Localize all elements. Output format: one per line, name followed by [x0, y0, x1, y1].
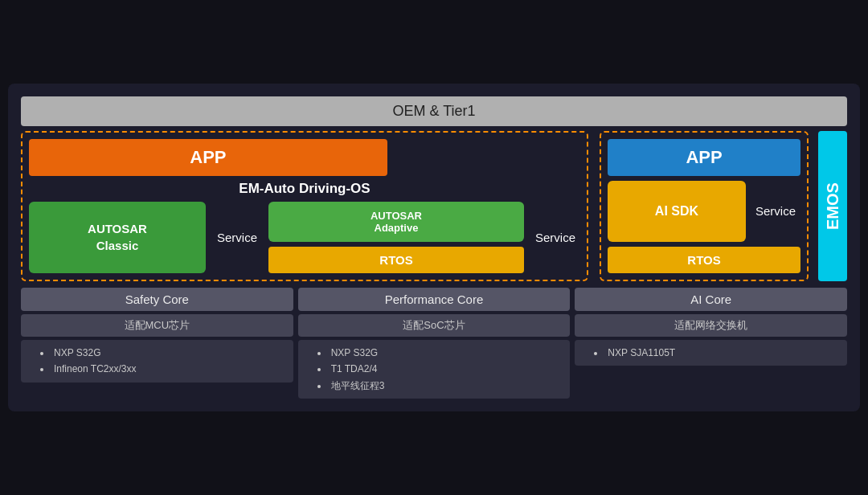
perf-column: AUTOSAR Adaptive RTOS: [268, 202, 524, 273]
list-item: NXP S32G: [40, 345, 285, 361]
autosar-adaptive-box: AUTOSAR Adaptive: [268, 202, 524, 242]
safety-column: AUTOSAR Classic: [29, 202, 206, 273]
perf-core-label: Performance Core: [298, 288, 571, 311]
service-label-left: Service: [212, 202, 262, 273]
em-auto-label: EM-Auto Driving-OS: [29, 181, 580, 197]
service-label-right: Service: [751, 181, 800, 242]
app-left-label: APP: [190, 147, 226, 167]
rtos-bar-left: RTOS: [268, 247, 524, 273]
oem-label: OEM & Tier1: [392, 103, 475, 119]
app-bar-right: APP: [608, 139, 800, 176]
perf-top-row: AUTOSAR Adaptive: [268, 202, 524, 242]
ai-dashed-box: APP AI SDK Service RTOS: [600, 131, 809, 281]
safety-chip-title: 适配MCU芯片: [21, 314, 293, 337]
perf-chip-title: 适配SoC芯片: [298, 314, 571, 337]
right-section: APP AI SDK Service RTOS EM: [600, 131, 847, 281]
oem-bar: OEM & Tier1: [21, 96, 847, 126]
ai-core-label: AI Core: [575, 288, 847, 311]
safety-core-col: Safety Core 适配MCU芯片 NXP S32G Infineon TC…: [21, 288, 293, 399]
left-middle-dashed-box: APP EM-Auto Driving-OS AUTOSAR Classic: [21, 131, 588, 281]
perf-core-col: Performance Core 适配SoC芯片 NXP S32G T1 TDA…: [298, 288, 571, 399]
app-bar-left: APP: [29, 139, 387, 176]
safety-core-label: Safety Core: [21, 288, 293, 311]
ai-middle-row: AI SDK Service: [608, 181, 800, 242]
autosar-classic-text: AUTOSAR Classic: [88, 220, 147, 254]
autosar-adaptive-text: AUTOSAR Adaptive: [371, 210, 422, 234]
autosar-classic-box: AUTOSAR Classic: [29, 202, 206, 273]
service-label-middle: Service: [530, 202, 580, 273]
ai-chip-list: NXP SJA1105T: [575, 340, 847, 366]
emos-bar: EMOS: [818, 131, 847, 281]
main-wrapper: OEM & Tier1 APP EM-Auto Driving-OS AUTOS…: [8, 84, 860, 411]
perf-chip-list: NXP S32G T1 TDA2/4 地平线征程3: [298, 340, 571, 399]
list-item: T1 TDA2/4: [317, 361, 563, 377]
ai-chip-title: 适配网络交换机: [575, 314, 847, 337]
list-item: 地平线征程3: [317, 378, 563, 394]
list-item: NXP SJA1105T: [594, 345, 839, 361]
bottom-section: Safety Core 适配MCU芯片 NXP S32G Infineon TC…: [21, 288, 847, 399]
list-item: NXP S32G: [317, 345, 563, 361]
list-item: Infineon TC2xx/3xx: [40, 361, 285, 377]
ai-core-col: AI Core 适配网络交换机 NXP SJA1105T: [575, 288, 847, 399]
rtos-bar-right: RTOS: [608, 247, 800, 273]
ai-sdk-box: AI SDK: [608, 181, 746, 242]
inner-columns: AUTOSAR Classic Service AUTOSAR: [29, 202, 580, 273]
safety-chip-list: NXP S32G Infineon TC2xx/3xx: [21, 340, 293, 382]
